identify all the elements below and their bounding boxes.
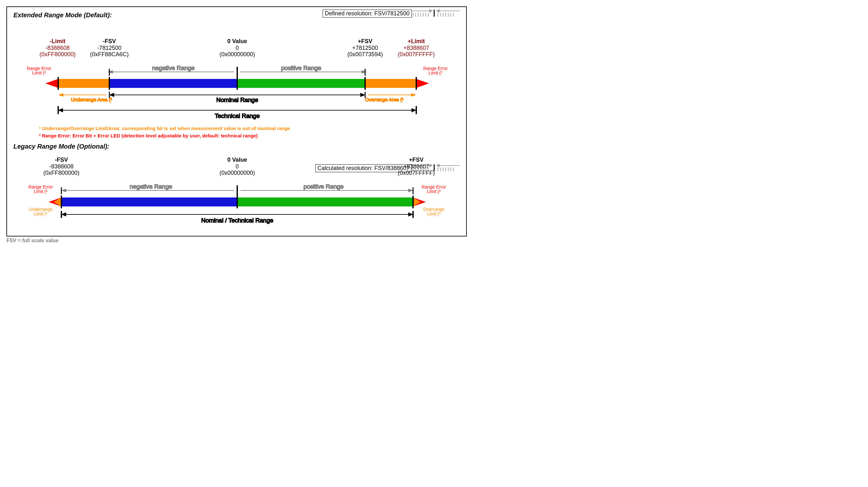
diagram-frame: Extended Range Mode (Default): Defined r… — [6, 6, 467, 236]
leg-pos-segment — [237, 197, 413, 206]
svg-text:Technical Range: Technical Range — [215, 112, 259, 119]
ext-neg-limit-label: -Limit -8388608 (0xFF800000) — [35, 38, 80, 58]
svg-text:Nominal / Technical Range: Nominal / Technical Range — [201, 217, 273, 224]
svg-marker-73 — [62, 189, 66, 192]
svg-marker-96 — [409, 213, 412, 216]
pos-nominal-segment — [237, 79, 365, 88]
footnote-1: ¹ Underrange/Overrange Limit/Area: corre… — [39, 126, 460, 131]
svg-text:positive Range: positive Range — [303, 183, 344, 190]
ext-pos-fsv-label: +FSV +7812500 (0x00773594) — [343, 38, 388, 58]
neg-nominal-segment — [109, 79, 237, 88]
leg-neg-segment — [61, 197, 237, 206]
svg-marker-11 — [437, 9, 439, 12]
svg-marker-77 — [409, 189, 412, 192]
svg-marker-51 — [412, 109, 415, 112]
ext-zero-label: 0 Value 0 (0x00000000) — [212, 38, 263, 58]
leg-neg-fsv-label: -FSV -8388608 (0xFF800000) — [39, 157, 84, 176]
underrange-segment — [58, 79, 109, 88]
svg-marker-1 — [430, 9, 432, 12]
ext-neg-fsv-label: -FSV -7812500 (0xFF88CA6C) — [87, 38, 132, 58]
leg-pos-fsv-label: +FSV +8388607 (0x007FFFFF) — [394, 157, 439, 176]
svg-text:negative Range: negative Range — [129, 183, 172, 190]
ext-pos-limit-label: +Limit +8388607 (0x007FFFFF) — [394, 38, 439, 58]
neg-range-error-arrow — [45, 79, 58, 88]
svg-marker-45 — [361, 93, 365, 97]
svg-text:Range ErrorLimit (²: Range ErrorLimit (² — [423, 66, 448, 75]
svg-marker-95 — [62, 213, 66, 216]
leg-zero-label: 0 Value 0 (0x00000000) — [212, 157, 263, 176]
overrange-segment — [365, 79, 416, 88]
svg-marker-50 — [59, 109, 63, 112]
svg-text:Overrange Area (¹: Overrange Area (¹ — [365, 97, 403, 102]
footnotes: ¹ Underrange/Overrange Limit/Area: corre… — [39, 126, 460, 138]
svg-marker-44 — [110, 93, 114, 97]
ticks-icon — [412, 9, 460, 17]
svg-text:positive Range: positive Range — [281, 65, 321, 71]
svg-text:UnderrangeLimit (¹: UnderrangeLimit (¹ — [29, 207, 53, 216]
svg-text:Range ErrorLimit (²: Range ErrorLimit (² — [422, 184, 446, 194]
fsv-legend: FSV = full scale value — [6, 238, 862, 244]
pos-range-error-arrow — [416, 79, 429, 88]
legacy-title: Legacy Range Mode (Optional): — [13, 143, 460, 150]
svg-text:Underrange Area (¹: Underrange Area (¹ — [71, 97, 112, 102]
svg-text:Nominal Range: Nominal Range — [216, 97, 258, 103]
svg-marker-36 — [59, 94, 63, 96]
svg-text:negative Range: negative Range — [152, 65, 194, 71]
legacy-range-bar: negative Range positive Range Range Erro… — [13, 182, 461, 229]
svg-marker-40 — [411, 94, 415, 96]
svg-text:OverrangeLimit (¹: OverrangeLimit (¹ — [423, 207, 444, 216]
svg-text:Range ErrorLimit (²: Range ErrorLimit (² — [27, 66, 52, 75]
extended-range-bar: negative Range positive Range Range Erro… — [13, 63, 461, 124]
svg-text:Range ErrorLimit (²: Range ErrorLimit (² — [28, 184, 53, 194]
footnote-2: ² Range Error: Error Bit + Error LED (de… — [39, 133, 460, 138]
extended-resolution-box: Defined resolution: FSV/7812500 — [322, 9, 412, 18]
